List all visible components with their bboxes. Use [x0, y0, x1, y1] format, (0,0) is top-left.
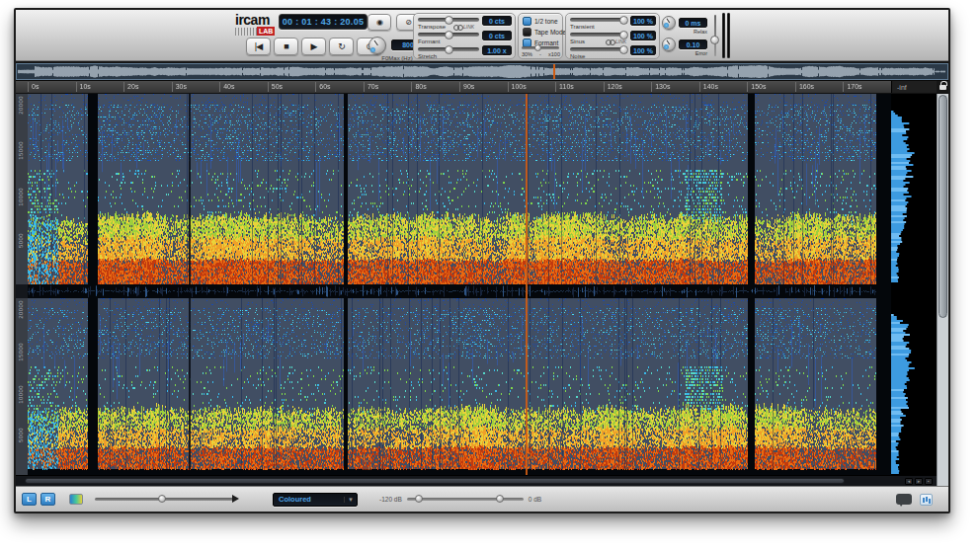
spectrogram-canvas-left[interactable]	[28, 94, 891, 284]
mute-icon: ⊘	[405, 18, 411, 27]
stretch-range-slider[interactable]	[522, 46, 559, 49]
ruler-lock[interactable]	[937, 81, 948, 93]
spectrogram-canvas-right[interactable]	[28, 298, 891, 475]
sinus-slider[interactable]	[570, 33, 625, 37]
freq-label: 10000	[18, 188, 24, 206]
hscroll-zoom-out-button[interactable]: ◂	[905, 478, 913, 485]
transient-slider-handle[interactable]	[619, 16, 628, 25]
ruler-tick: 130s	[651, 82, 670, 92]
comment-bubble-icon[interactable]	[896, 494, 912, 505]
transient-value: 100 %	[630, 16, 656, 26]
stop-icon: ■	[284, 41, 287, 51]
transpose-slider[interactable]	[418, 18, 479, 22]
db-range-control: -120 dB 0 dB	[379, 496, 541, 503]
ruler-tick: 10s	[76, 82, 91, 92]
range-min-label: 30%	[522, 51, 532, 57]
chevron-down-icon: ▼	[344, 497, 357, 503]
record-icon: ◉	[376, 18, 382, 27]
spectrum-canvas-right	[891, 298, 937, 475]
spectrogram-palette-icon[interactable]	[69, 494, 83, 505]
rewind-icon: |◀	[255, 41, 262, 51]
ruler-tick: 80s	[411, 82, 426, 92]
stretch-label: Stretch	[418, 53, 437, 59]
ruler-pad	[16, 81, 28, 93]
stretch-range-handle[interactable]	[534, 44, 541, 51]
spectrogram-right-channel[interactable]	[28, 298, 891, 475]
ruler-ticks[interactable]: 0s10s20s30s40s50s60s70s80s90s100s110s120…	[28, 81, 891, 93]
mid-band-canvas	[28, 284, 891, 298]
transient-slider[interactable]	[570, 18, 625, 22]
logo-hatch	[235, 28, 257, 36]
checkbox-label: 1/2 tone	[534, 18, 558, 25]
vertical-scrollbar[interactable]	[937, 94, 948, 486]
overview-canvas[interactable]	[16, 63, 948, 80]
toolbar: ircam LAB 00 : 01 : 43 : 20.05 ◉⊘↓ |◀■▶↻…	[16, 10, 948, 61]
checkbox-1-2-tone[interactable]	[523, 17, 531, 26]
sinus-value: 100 %	[630, 31, 656, 40]
stretch-slider[interactable]	[418, 47, 479, 51]
palette-dropdown[interactable]: Coloured ▼	[273, 493, 358, 507]
hscroll-zoom-in-button[interactable]: ▸	[915, 478, 923, 485]
transpose-slider-handle[interactable]	[445, 16, 453, 25]
formant-slider[interactable]	[418, 33, 479, 37]
volume-slider[interactable]	[710, 15, 719, 56]
error-knob[interactable]	[662, 38, 676, 51]
left-stack: 2000015000100005000 2000015000100005000	[16, 94, 937, 486]
record-button[interactable]: ◉	[368, 14, 391, 31]
checkbox-row: Tape Mode	[523, 28, 561, 37]
checkbox-row: 1/2 tone	[523, 17, 561, 26]
waveform-mid-band	[28, 284, 891, 298]
volume-handle[interactable]	[710, 36, 719, 44]
play-button[interactable]: ▶	[301, 38, 326, 55]
ruler-tick: 150s	[747, 82, 766, 92]
vertical-scrollbar-thumb[interactable]	[939, 95, 947, 318]
mode-group: 1/2 toneTape ModeFormant 30% - x100	[518, 13, 563, 59]
relax-knob[interactable]	[662, 16, 676, 30]
spectrum-scale-label: -inf	[891, 81, 937, 93]
play-icon: ▶	[311, 41, 317, 51]
ruler-tick: 90s	[459, 82, 474, 92]
noise-slider[interactable]	[570, 47, 625, 51]
rewind-button[interactable]: |◀	[246, 38, 271, 55]
freq-axis: 2000015000100005000	[16, 298, 28, 475]
transpose-value: 0 cts	[482, 16, 512, 26]
time-ruler[interactable]: 0s10s20s30s40s50s60s70s80s90s100s110s120…	[16, 81, 948, 94]
axis-mid-gap	[16, 284, 28, 298]
loop-button[interactable]: ↻	[329, 38, 354, 55]
db-range-low-handle[interactable]	[415, 495, 423, 503]
stretch-value: 1.00 x	[482, 45, 512, 55]
spectrogram-left-channel[interactable]	[28, 94, 891, 284]
right-channel-button[interactable]: R	[41, 493, 55, 506]
db-range-slider[interactable]	[407, 498, 524, 501]
noise-slider-handle[interactable]	[619, 45, 628, 54]
freq-label: 20000	[18, 300, 24, 319]
left-channel-button[interactable]: L	[22, 493, 37, 506]
freq-label: 5000	[18, 428, 24, 442]
f0max-knob[interactable]	[368, 37, 386, 54]
freq-label: 15000	[18, 343, 24, 361]
zoom-slider[interactable]	[95, 495, 243, 504]
analysis-knobs: 0 ms Relax 0.10 Error	[662, 13, 707, 59]
playhead-cursor[interactable]	[526, 94, 528, 475]
ruler-tick: 0s	[28, 82, 39, 92]
spectrum-panel-column	[891, 94, 937, 475]
bottom-bar: L R Coloured ▼ -120 dB 0 dB	[16, 486, 948, 512]
stats-chart-icon[interactable]	[920, 494, 933, 506]
range-sep-label: -	[539, 51, 541, 57]
db-range-high-handle[interactable]	[496, 495, 504, 503]
ruler-tick: 120s	[604, 82, 622, 92]
formant-slider-handle[interactable]	[445, 31, 453, 39]
hscroll-reset-button[interactable]: ▪	[925, 478, 933, 485]
horizontal-scrollbar[interactable]: ◂ ▸ ▪	[16, 475, 937, 486]
stretch-slider-handle[interactable]	[445, 45, 453, 54]
zoom-slider-handle[interactable]	[158, 495, 166, 503]
horizontal-scrollbar-thumb[interactable]	[25, 478, 844, 484]
freq-label: 15000	[18, 141, 24, 160]
ruler-tick: 160s	[795, 82, 814, 92]
pitch-group: Transpose LINK 0 cts Formant 0 cts Stret…	[413, 13, 516, 59]
freq-label: 10000	[18, 385, 24, 404]
checkbox-tape-mode[interactable]	[523, 28, 531, 37]
loop-icon: ↻	[338, 41, 345, 51]
stop-button[interactable]: ■	[274, 38, 298, 55]
overview-waveform[interactable]	[16, 63, 948, 81]
